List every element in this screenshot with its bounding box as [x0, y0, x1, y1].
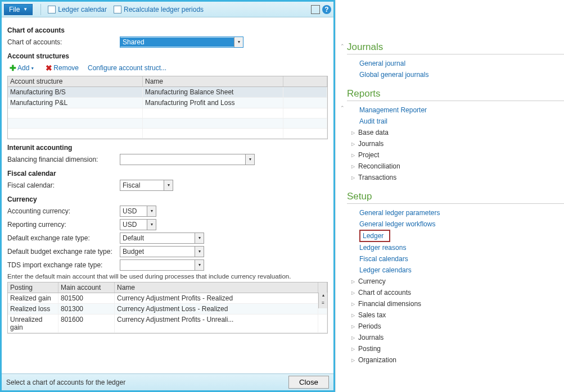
- nav-management-reporter[interactable]: Management Reporter: [359, 104, 564, 116]
- chevron-down-icon[interactable]: ▾: [245, 154, 254, 165]
- table-row[interactable]: Realized loss 801300 Currency Adjustment…: [8, 304, 327, 314]
- arrow-right-icon: ▷: [351, 347, 355, 352]
- table-row[interactable]: Manufacturing P&L Manufacturing Profit a…: [8, 98, 327, 108]
- arrow-right-icon: ▷: [351, 279, 355, 284]
- nav-ledger-reasons[interactable]: Ledger reasons: [359, 242, 564, 253]
- remove-button[interactable]: ✖Remove: [43, 62, 81, 74]
- fiscal-select[interactable]: Fiscal ▾: [120, 180, 173, 191]
- nav-chart-accounts[interactable]: ▷Chart of accounts: [359, 287, 564, 298]
- configure-link[interactable]: Configure account struct...: [88, 64, 166, 72]
- status-text: Select a chart of accounts for the ledge…: [6, 379, 125, 386]
- nav-global-general-journals[interactable]: Global general journals: [359, 69, 564, 80]
- table-row[interactable]: Unrealized gain 801600 Currency Adjustme…: [8, 314, 327, 333]
- grid-icon: [114, 6, 121, 13]
- collapse-icon[interactable]: ⌃: [340, 43, 345, 49]
- x-icon: ✖: [46, 63, 52, 72]
- table-row[interactable]: Manufacturing B/S Manufacturing Balance …: [8, 87, 327, 98]
- chevron-down-icon[interactable]: ▾: [164, 180, 173, 190]
- arrow-right-icon: ▷: [351, 313, 355, 318]
- table-row[interactable]: [8, 129, 327, 139]
- arrow-right-icon: ▷: [351, 335, 355, 340]
- column-header: [283, 76, 327, 86]
- account-structures-title: Account structures: [7, 52, 328, 60]
- chevron-down-icon[interactable]: ▾: [195, 247, 204, 257]
- scroll-up-icon[interactable]: ▴: [318, 293, 327, 300]
- currency-note: Enter the default main account that will…: [7, 273, 328, 280]
- nav-general-journal[interactable]: General journal: [359, 58, 564, 69]
- nav-journals-expand[interactable]: ▷Journals: [359, 138, 564, 149]
- add-button[interactable]: ✚Add▼: [7, 62, 37, 74]
- nav-setup-title[interactable]: Setup: [347, 191, 564, 204]
- nav-sales-tax[interactable]: ▷Sales tax: [359, 309, 564, 321]
- chevron-down-icon[interactable]: ▾: [234, 37, 243, 47]
- chart-accounts-label: Chart of accounts:: [7, 38, 120, 46]
- chart-accounts-select[interactable]: Shared ▾: [120, 37, 243, 48]
- recalculate-button[interactable]: Recalculate ledger periods: [110, 4, 207, 15]
- column-header[interactable]: Name: [143, 76, 283, 86]
- nav-gl-workflows[interactable]: General ledger workflows: [359, 218, 564, 230]
- arrow-right-icon: ▷: [351, 130, 355, 135]
- chevron-down-icon: ▼: [30, 66, 34, 70]
- chevron-down-icon: ▼: [23, 7, 28, 12]
- status-bar: Select a chart of accounts for the ledge…: [2, 373, 333, 390]
- file-menu-button[interactable]: File▼: [4, 4, 33, 15]
- account-structures-grid[interactable]: Account structure Name Manufacturing B/S…: [7, 76, 328, 139]
- default-rate-select[interactable]: Default ▾: [120, 233, 204, 244]
- chevron-down-icon[interactable]: ▾: [147, 206, 156, 216]
- scroll-thumb[interactable]: ≡: [318, 300, 327, 308]
- column-header[interactable]: Account structure: [8, 76, 143, 86]
- arrow-right-icon: ▷: [351, 164, 355, 169]
- column-header[interactable]: Posting: [8, 282, 58, 293]
- budget-rate-select[interactable]: Budget ▾: [120, 246, 204, 257]
- ledger-calendar-button[interactable]: Ledger calendar: [44, 4, 110, 15]
- nav-fiscal-calendars[interactable]: Fiscal calendars: [359, 253, 564, 265]
- nav-posting[interactable]: ▷Posting: [359, 343, 564, 354]
- form-body: Chart of accounts Chart of accounts: Sha…: [2, 17, 333, 373]
- nav-audit-trail[interactable]: Audit trail: [359, 116, 564, 127]
- toolbar: File▼ Ledger calendar Recalculate ledger…: [2, 2, 333, 17]
- close-button[interactable]: Close: [288, 376, 329, 389]
- collapse-icon[interactable]: ⌃: [340, 105, 345, 111]
- balancing-label: Balancing financial dimension:: [7, 156, 120, 163]
- plus-icon: ✚: [10, 63, 16, 72]
- nav-currency[interactable]: ▷Currency: [359, 276, 564, 287]
- calendar-icon: [48, 6, 56, 13]
- nav-reports-title[interactable]: Reports: [347, 88, 564, 101]
- reporting-currency-select[interactable]: USD ▾: [120, 219, 156, 230]
- interunit-title: Interunit accounting: [7, 144, 328, 152]
- nav-gl-parameters[interactable]: General ledger parameters: [359, 207, 564, 218]
- table-row[interactable]: Realized gain 801500 Currency Adjustment…: [8, 293, 327, 304]
- currency-title: Currency: [7, 195, 328, 203]
- arrow-right-icon: ▷: [351, 153, 355, 158]
- balancing-select[interactable]: ▾: [120, 154, 255, 165]
- posting-grid[interactable]: Posting Main account Name ▴ ≡ Realized g…: [7, 282, 328, 334]
- column-header[interactable]: Name: [115, 282, 318, 293]
- nav-journals-setup[interactable]: ▷Journals: [359, 332, 564, 343]
- arrow-right-icon: ▷: [351, 290, 355, 295]
- nav-project[interactable]: ▷Project: [359, 149, 564, 161]
- arrow-right-icon: ▷: [351, 175, 355, 180]
- nav-financial-dimensions[interactable]: ▷Financial dimensions: [359, 298, 564, 309]
- tds-rate-label: TDS import exchange rate type:: [7, 261, 120, 269]
- accounting-currency-select[interactable]: USD ▾: [120, 206, 156, 217]
- help-icon[interactable]: ?: [322, 5, 331, 14]
- column-header[interactable]: Main account: [58, 282, 115, 293]
- chevron-down-icon[interactable]: ▾: [147, 220, 156, 230]
- nav-ledger-calendars[interactable]: Ledger calendars: [359, 265, 564, 276]
- view-icon[interactable]: [311, 5, 320, 14]
- nav-base-data[interactable]: ▷Base data: [359, 127, 564, 138]
- table-row[interactable]: [8, 118, 327, 129]
- nav-organization[interactable]: ▷Organization: [359, 354, 564, 366]
- chart-accounts-title: Chart of accounts: [7, 26, 328, 34]
- nav-periods[interactable]: ▷Periods: [359, 321, 564, 332]
- nav-ledger[interactable]: Ledger: [359, 230, 390, 242]
- ledger-form: File▼ Ledger calendar Recalculate ledger…: [0, 0, 335, 392]
- tds-rate-select[interactable]: ▾: [120, 259, 204, 271]
- chevron-down-icon[interactable]: ▾: [195, 260, 204, 270]
- nav-transactions[interactable]: ▷Transactions: [359, 172, 564, 183]
- arrow-right-icon: ▷: [351, 302, 355, 307]
- chevron-down-icon[interactable]: ▾: [195, 233, 204, 243]
- nav-journals-title[interactable]: Journals: [347, 42, 564, 54]
- table-row[interactable]: [8, 108, 327, 118]
- nav-reconciliation[interactable]: ▷Reconciliation: [359, 161, 564, 172]
